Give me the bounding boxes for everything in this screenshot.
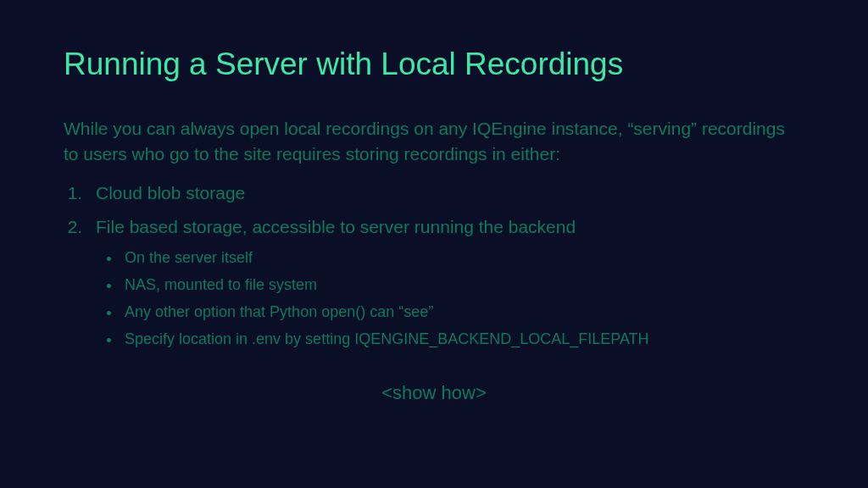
- sub-item-server: On the server itself: [121, 247, 804, 270]
- option-cloud-blob: Cloud blob storage: [87, 180, 804, 208]
- option-text: File based storage, accessible to server…: [96, 217, 576, 236]
- show-how-note: <show how>: [64, 382, 804, 404]
- file-storage-details: On the server itself NAS, mounted to fil…: [96, 247, 804, 352]
- storage-options-list: Cloud blob storage File based storage, a…: [64, 180, 804, 352]
- sub-item-nas: NAS, mounted to file system: [121, 274, 804, 297]
- slide-title: Running a Server with Local Recordings: [64, 47, 804, 82]
- sub-item-python-open: Any other option that Python open() can …: [121, 301, 804, 324]
- intro-paragraph: While you can always open local recordin…: [64, 116, 804, 168]
- option-file-storage: File based storage, accessible to server…: [87, 214, 804, 351]
- slide-container: Running a Server with Local Recordings W…: [0, 0, 868, 438]
- sub-item-env-setting: Specify location in .env by setting IQEN…: [121, 328, 804, 352]
- option-text: Cloud blob storage: [96, 183, 245, 202]
